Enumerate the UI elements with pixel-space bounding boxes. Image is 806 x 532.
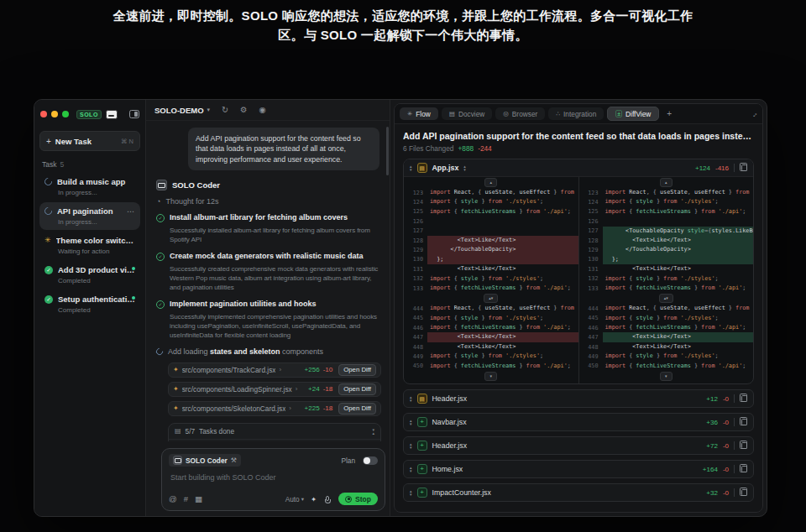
- file-change-row[interactable]: ✦src/components/TrackCard.jsx›+256-10Ope…: [168, 362, 381, 378]
- collapsed-file-row[interactable]: ▴▾+Navbar.jsx+36-0: [403, 413, 754, 431]
- expand-down-button[interactable]: ▾: [660, 372, 673, 381]
- hash-icon[interactable]: #: [184, 495, 188, 503]
- expand-mid-button[interactable]: ▴▾: [659, 294, 673, 303]
- task-title: Theme color switching: [56, 236, 135, 245]
- task-title: API pagination: [57, 206, 122, 216]
- expand-mid-button[interactable]: ▴▾: [484, 294, 498, 303]
- gear-icon[interactable]: ⚙: [240, 106, 248, 114]
- additions-count: +225: [305, 404, 320, 412]
- file-change-row[interactable]: ✦src/components/SkeletonCard.jsx›+225-18…: [168, 401, 381, 416]
- window-titlebar: SOLO: [39, 105, 140, 123]
- step-check-icon: ✓: [156, 214, 165, 222]
- task-item[interactable]: API pagination⋯In progress...: [39, 202, 140, 230]
- open-diff-button[interactable]: Open Diff: [338, 403, 376, 415]
- new-task-button[interactable]: + New Task ⌘ N: [39, 131, 140, 151]
- expand-down-button[interactable]: ▾: [484, 372, 497, 381]
- composer-header: SOLO Coder ⚒ Plan: [169, 454, 378, 467]
- stop-button[interactable]: Stop: [338, 493, 378, 505]
- todo-header[interactable]: ▤ 5/7 Tasks done ▾▴: [169, 424, 380, 440]
- copy-icon[interactable]: [741, 164, 747, 171]
- code-text: };: [603, 255, 754, 264]
- total-additions: +888: [458, 144, 474, 153]
- diff-file-header[interactable]: ▴▾ ▤ App.jsx ▴▾ +124 -416: [404, 159, 753, 177]
- composer-toolbar: @ # ▦ Auto ▾ ✦ Stop: [169, 493, 378, 505]
- diff-line: 128 <Text>Like</Text>: [579, 236, 754, 245]
- waiting-icon: ✳: [44, 237, 51, 244]
- expand-icon[interactable]: ▴▾: [410, 419, 412, 425]
- hero-line-2: 区。与 SOLO 一起解锁下一个伟大的事情。: [0, 25, 806, 44]
- add-tab-button[interactable]: +: [662, 109, 676, 118]
- line-number: 448: [404, 344, 427, 351]
- copy-icon[interactable]: [741, 419, 747, 425]
- zoom-window-button[interactable]: [62, 111, 69, 117]
- copy-icon[interactable]: [741, 466, 747, 472]
- composer: SOLO Coder ⚒ Plan Start building with SO…: [161, 448, 385, 511]
- microphone-icon[interactable]: [326, 496, 329, 501]
- open-diff-button[interactable]: Open Diff: [338, 364, 376, 376]
- agent-selector[interactable]: SOLO Coder ⚒: [169, 454, 241, 467]
- tab-label: Integration: [563, 110, 596, 118]
- diff-line: 125import { fetchLiveStreams } from './a…: [579, 207, 754, 216]
- more-icon[interactable]: ⋯: [127, 207, 135, 216]
- expand-up-button[interactable]: ▴: [660, 178, 673, 187]
- expand-icon[interactable]: ▴▾: [410, 466, 412, 472]
- chat-scrollbar-thumb[interactable]: [386, 127, 389, 175]
- stop-icon: [345, 496, 352, 503]
- minimize-window-button[interactable]: [51, 111, 58, 117]
- copy-icon[interactable]: [741, 442, 747, 449]
- tab-flow[interactable]: ✳Flow: [400, 107, 438, 120]
- task-item[interactable]: ✳Theme color switchingWaiting for action: [39, 232, 140, 259]
- task-item[interactable]: ✓Setup authentication syste...Completed: [39, 290, 140, 318]
- file-name: ImpactCounter.jsx: [432, 488, 491, 497]
- mention-icon[interactable]: @: [169, 495, 177, 503]
- task-item[interactable]: Build a music appIn progress...: [39, 173, 140, 201]
- expander-row: ▴▾: [579, 293, 754, 304]
- unread-dot-icon: [132, 296, 135, 300]
- expand-panel-icon[interactable]: ↔: [748, 108, 759, 119]
- file-change-row[interactable]: ✦src/components/LoadingSpinner.jsx›+24-1…: [168, 382, 381, 397]
- collapse-icon[interactable]: ▾▴: [372, 428, 374, 435]
- expand-up-button[interactable]: ▴: [484, 178, 497, 187]
- collapsed-file-row[interactable]: ▴▾+Home.jsx+164-0: [403, 460, 754, 478]
- copy-icon[interactable]: [741, 489, 747, 496]
- collapse-all-icon[interactable]: ▴▾: [410, 164, 412, 171]
- toggle-sidebar-icon[interactable]: [129, 110, 139, 118]
- deletions-count: -18: [323, 385, 333, 393]
- diff-line: 124import { style } from './styles';: [404, 197, 578, 206]
- tab-integration[interactable]: ∴Integration: [548, 107, 604, 120]
- line-number: 124: [404, 199, 427, 206]
- enhance-icon[interactable]: ✦: [311, 495, 317, 503]
- expand-icon[interactable]: ▴▾: [410, 489, 412, 496]
- task-item[interactable]: ✓Add 3D product viewerCompleted: [39, 261, 140, 289]
- model-selector[interactable]: Auto ▾: [285, 495, 304, 503]
- line-number: 128: [579, 237, 603, 244]
- tab-docview[interactable]: ▤Docview: [442, 107, 492, 120]
- tab-diffview[interactable]: ±DiffView: [607, 107, 659, 121]
- open-diff-button[interactable]: Open Diff: [338, 383, 376, 395]
- diff-line: 132import { style } from './styles';: [404, 274, 578, 284]
- thought-row[interactable]: ◔ Thought for 12s: [156, 197, 381, 206]
- account-icon[interactable]: ◉: [259, 106, 266, 114]
- line-number: 126: [404, 218, 427, 225]
- agent-icon: [173, 456, 182, 465]
- agent-row: SOLO Coder: [156, 180, 381, 190]
- image-icon[interactable]: ▦: [195, 495, 202, 503]
- file-icon: +: [417, 464, 427, 474]
- collapsed-file-row[interactable]: ▴▾+Header.jsx+72-0: [403, 436, 754, 455]
- session-title[interactable]: SOLO-DEMO: [154, 106, 204, 115]
- step-title-row: ✓Implement pagination utilities and hook…: [156, 300, 381, 309]
- close-window-button[interactable]: [40, 111, 47, 117]
- keyboard-icon[interactable]: [106, 110, 118, 119]
- collapsed-file-row[interactable]: ▴▾▤Header.jsx+12-0: [403, 389, 754, 408]
- expand-icon[interactable]: ▴▾: [410, 442, 412, 449]
- tab-browser[interactable]: ◎Browser: [495, 107, 545, 120]
- collapsed-file-row[interactable]: ▴▾+ImpactCounter.jsx+32-0: [403, 483, 754, 502]
- expand-icon[interactable]: ▴▾: [410, 395, 412, 402]
- additions-count: +72: [706, 442, 718, 450]
- copy-icon[interactable]: [741, 395, 747, 402]
- task-sidebar: SOLO + New Task ⌘ N Task 5 Build a music…: [34, 100, 146, 516]
- history-icon[interactable]: ↻: [222, 106, 228, 114]
- plan-toggle[interactable]: [363, 456, 378, 465]
- task-title-row: Build a music app: [44, 177, 135, 186]
- composer-input[interactable]: Start building with SOLO Coder: [170, 473, 378, 482]
